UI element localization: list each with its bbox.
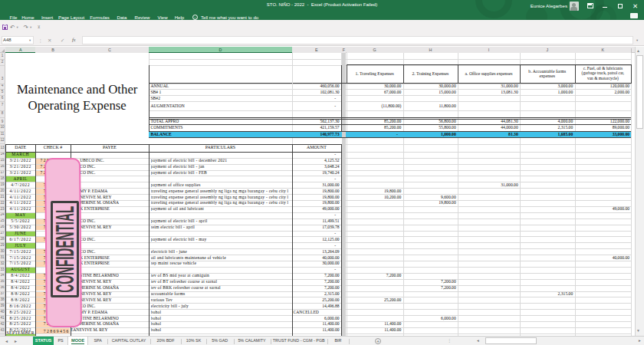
svg-text:CONFIDENTIAL: CONFIDENTIAL	[51, 206, 79, 293]
